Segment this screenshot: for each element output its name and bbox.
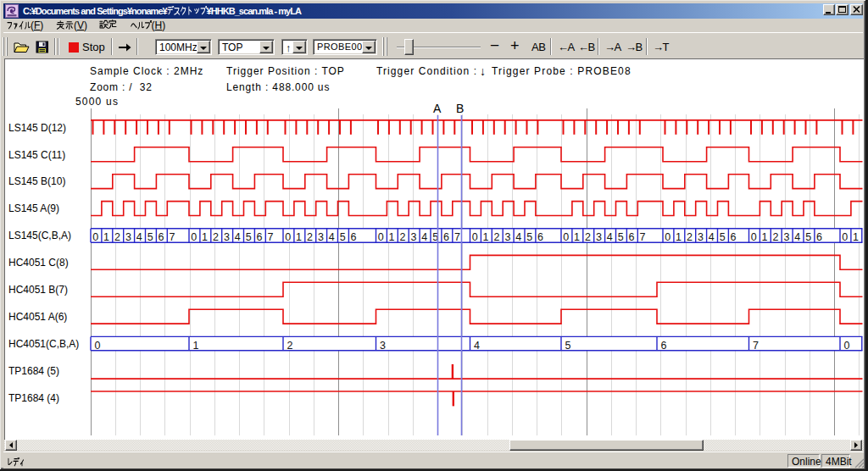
svg-text:6: 6	[257, 231, 263, 243]
svg-text:1: 1	[676, 231, 682, 243]
svg-text:2: 2	[213, 231, 219, 243]
svg-text:3: 3	[318, 231, 324, 243]
svg-text:2: 2	[287, 340, 293, 352]
svg-text:1: 1	[193, 340, 199, 352]
svg-text:4: 4	[515, 231, 521, 243]
svg-text:7: 7	[268, 231, 274, 243]
svg-text:6: 6	[537, 231, 543, 243]
svg-text:0: 0	[95, 340, 101, 352]
svg-text:2: 2	[585, 231, 591, 243]
svg-text:1: 1	[762, 231, 768, 243]
svg-text:1: 1	[202, 231, 208, 243]
svg-text:1: 1	[483, 231, 489, 243]
svg-text:3: 3	[596, 231, 602, 243]
svg-text:6: 6	[443, 231, 449, 243]
svg-text:3: 3	[410, 231, 416, 243]
svg-text:6: 6	[661, 340, 667, 352]
svg-text:2: 2	[773, 231, 779, 243]
svg-text:1: 1	[853, 231, 859, 243]
svg-text:2: 2	[114, 231, 120, 243]
svg-text:4: 4	[329, 231, 335, 243]
svg-text:2: 2	[400, 231, 406, 243]
svg-text:0: 0	[285, 231, 291, 243]
svg-text:5: 5	[246, 231, 252, 243]
svg-text:1: 1	[296, 231, 302, 243]
svg-text:0: 0	[842, 231, 848, 243]
svg-text:6: 6	[816, 231, 822, 243]
svg-text:5: 5	[340, 231, 346, 243]
svg-text:6: 6	[351, 231, 357, 243]
svg-text:0: 0	[472, 231, 478, 243]
svg-text:1: 1	[574, 231, 580, 243]
svg-text:4: 4	[709, 231, 715, 243]
svg-text:3: 3	[380, 340, 386, 352]
svg-text:6: 6	[629, 231, 635, 243]
svg-text:7: 7	[170, 231, 175, 243]
svg-text:3: 3	[125, 231, 131, 243]
svg-text:4: 4	[474, 340, 480, 352]
svg-text:2: 2	[307, 231, 313, 243]
svg-text:4: 4	[235, 231, 241, 243]
svg-text:3: 3	[504, 231, 510, 243]
svg-text:0: 0	[844, 340, 850, 352]
svg-text:4: 4	[794, 231, 800, 243]
svg-text:5: 5	[618, 231, 624, 243]
svg-text:7: 7	[640, 231, 646, 243]
svg-text:5: 5	[805, 231, 811, 243]
svg-text:0: 0	[378, 231, 384, 243]
svg-text:4: 4	[421, 231, 427, 243]
svg-text:1: 1	[103, 231, 109, 243]
svg-text:5: 5	[147, 231, 153, 243]
svg-text:6: 6	[159, 231, 164, 243]
svg-text:7: 7	[753, 340, 759, 352]
svg-text:0: 0	[751, 231, 757, 243]
svg-text:5: 5	[565, 340, 571, 352]
svg-text:3: 3	[698, 231, 704, 243]
svg-text:1: 1	[389, 231, 395, 243]
svg-text:0: 0	[191, 231, 197, 243]
svg-text:0: 0	[92, 231, 98, 243]
svg-text:6: 6	[731, 231, 737, 243]
svg-text:3: 3	[783, 231, 789, 243]
svg-text:5: 5	[720, 231, 726, 243]
svg-text:5: 5	[526, 231, 532, 243]
svg-text:3: 3	[224, 231, 230, 243]
svg-text:4: 4	[607, 231, 613, 243]
svg-text:4: 4	[136, 231, 142, 243]
svg-text:2: 2	[687, 231, 693, 243]
svg-text:7: 7	[454, 231, 460, 243]
svg-text:0: 0	[563, 231, 569, 243]
svg-text:0: 0	[665, 231, 670, 243]
svg-text:2: 2	[494, 231, 500, 243]
